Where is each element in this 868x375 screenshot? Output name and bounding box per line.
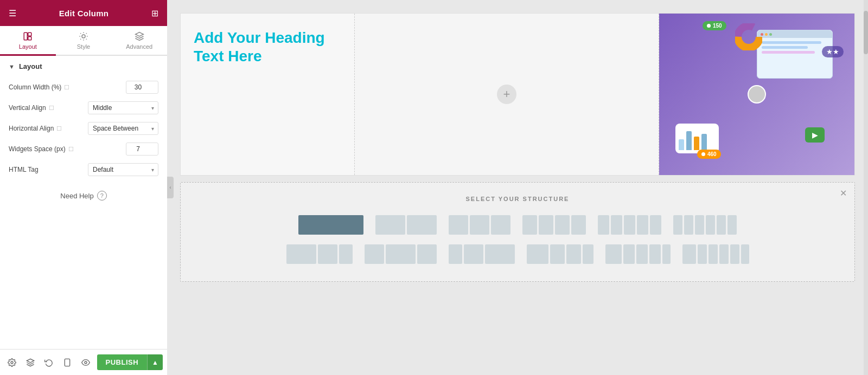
vertical-align-info-icon: ☐ bbox=[49, 105, 54, 112]
struct-block-6a bbox=[673, 215, 682, 235]
structure-4col-uneven[interactable] bbox=[525, 242, 596, 266]
structure-3col-left-heavy[interactable] bbox=[284, 242, 355, 266]
collapse-handle[interactable]: ‹ bbox=[167, 177, 174, 198]
struct-block-3a bbox=[449, 215, 468, 235]
empty-column[interactable]: + bbox=[354, 14, 659, 175]
html-tag-select-wrapper: Default div section article aside header… bbox=[88, 163, 158, 176]
grid-icon[interactable]: ⊞ bbox=[151, 8, 158, 18]
tab-advanced-label: Advanced bbox=[126, 43, 152, 50]
illus-bar-1 bbox=[679, 139, 684, 150]
heading-text[interactable]: Add Your Heading Text Here bbox=[194, 29, 341, 65]
struct-block-u2 bbox=[550, 244, 565, 264]
illus-line-3 bbox=[762, 51, 815, 54]
horizontal-align-select[interactable]: Left Center Right Space Between Space Ar… bbox=[88, 122, 158, 135]
canvas-inner: Add Your Heading Text Here + bbox=[167, 0, 868, 375]
struct-block-v2 bbox=[623, 244, 635, 264]
illus-badge-150-label: 150 bbox=[713, 23, 722, 29]
struct-block-l3 bbox=[339, 244, 353, 264]
structure-row-1 bbox=[296, 213, 739, 237]
publish-group: PUBLISH ▲ bbox=[97, 354, 163, 370]
struct-block-3b bbox=[470, 215, 489, 235]
structure-1col[interactable] bbox=[296, 213, 366, 237]
structure-3col[interactable] bbox=[446, 213, 513, 237]
widgets-space-label: Widgets Space (px) ☐ bbox=[9, 145, 122, 153]
structure-close-button[interactable]: ✕ bbox=[840, 188, 847, 198]
struct-block-6f bbox=[727, 215, 737, 235]
struct-block-v3 bbox=[636, 244, 648, 264]
struct-block-v5 bbox=[662, 244, 671, 264]
structure-2col[interactable] bbox=[373, 213, 439, 237]
struct-block-5c bbox=[624, 215, 635, 235]
widgets-space-input[interactable] bbox=[126, 143, 158, 156]
layout-section-header[interactable]: ▼ Layout bbox=[0, 56, 167, 77]
html-tag-label: HTML Tag bbox=[9, 166, 84, 173]
canvas: Add Your Heading Text Here + bbox=[167, 0, 868, 375]
html-tag-select[interactable]: Default div section article aside header… bbox=[88, 163, 158, 176]
structure-3col-center-heavy[interactable] bbox=[362, 242, 439, 266]
struct-block-w2 bbox=[698, 244, 707, 264]
svg-marker-5 bbox=[27, 359, 34, 363]
settings-icon bbox=[8, 358, 16, 367]
svg-point-4 bbox=[11, 361, 13, 364]
structure-6col-uneven[interactable] bbox=[680, 242, 751, 266]
illus-line-2 bbox=[762, 46, 808, 49]
publish-button[interactable]: PUBLISH bbox=[97, 354, 148, 370]
struct-block-c2 bbox=[386, 244, 416, 264]
layers-button[interactable] bbox=[23, 354, 38, 371]
svg-rect-0 bbox=[24, 33, 28, 40]
eye-icon bbox=[81, 358, 90, 367]
vertical-align-select[interactable]: Top Middle Bottom bbox=[88, 101, 158, 114]
tab-layout[interactable]: Layout bbox=[0, 26, 56, 56]
style-icon bbox=[79, 31, 88, 41]
horizontal-align-label: Horizontal Align ☐ bbox=[9, 125, 84, 132]
illus-bar-4 bbox=[701, 134, 707, 150]
top-content-row: Add Your Heading Text Here + bbox=[180, 13, 855, 176]
responsive-button[interactable] bbox=[60, 354, 75, 371]
sidebar-header: ☰ Edit Column ⊞ bbox=[0, 0, 167, 26]
history-button[interactable] bbox=[41, 354, 56, 371]
structure-5col[interactable] bbox=[596, 213, 663, 237]
canvas-scrollbar[interactable] bbox=[864, 0, 868, 375]
settings-button[interactable] bbox=[4, 354, 20, 371]
hamburger-icon[interactable]: ☰ bbox=[9, 8, 16, 18]
illus-play-button: ▶ bbox=[805, 127, 825, 143]
layout-icon bbox=[23, 31, 33, 41]
column-width-input[interactable] bbox=[126, 81, 158, 94]
sidebar-tabs: Layout Style Advanced bbox=[0, 26, 167, 56]
need-help-row[interactable]: Need Help ? bbox=[0, 180, 167, 211]
sidebar-bottom: PUBLISH ▲ bbox=[0, 349, 167, 375]
illus-pie-chart bbox=[735, 23, 762, 50]
struct-block-4b bbox=[539, 215, 553, 235]
add-widget-icon[interactable]: + bbox=[497, 85, 516, 104]
struct-block-6d bbox=[706, 215, 715, 235]
struct-block-w1 bbox=[682, 244, 696, 264]
tab-style[interactable]: Style bbox=[56, 26, 112, 56]
struct-block-u1 bbox=[527, 244, 548, 264]
structure-6col[interactable] bbox=[671, 213, 739, 237]
illustration: 150 460 ★★ ▶ bbox=[659, 14, 854, 175]
struct-block-5a bbox=[598, 215, 609, 235]
canvas-scrollbar-thumb[interactable] bbox=[864, 11, 868, 54]
struct-block-4a bbox=[522, 215, 537, 235]
vertical-align-row: Vertical Align ☐ Top Middle Bottom ▾ bbox=[0, 98, 167, 118]
structure-row-2 bbox=[284, 242, 751, 266]
publish-dropdown-button[interactable]: ▲ bbox=[147, 354, 163, 370]
structure-3col-right-heavy[interactable] bbox=[446, 242, 517, 266]
sidebar-content: ▼ Layout Column Width (%) ☐ Vertical Ali… bbox=[0, 56, 167, 349]
heading-column: Add Your Heading Text Here bbox=[181, 14, 354, 175]
structure-4col[interactable] bbox=[520, 213, 588, 237]
svg-point-8 bbox=[85, 361, 87, 364]
illus-line-1 bbox=[762, 41, 821, 44]
tab-advanced[interactable]: Advanced bbox=[111, 26, 167, 56]
column-width-info-icon: ☐ bbox=[64, 84, 69, 91]
sidebar-title: Edit Column bbox=[59, 9, 109, 18]
responsive-icon bbox=[63, 358, 72, 367]
eye-button[interactable] bbox=[78, 354, 93, 371]
struct-block-v4 bbox=[649, 244, 661, 264]
tab-style-label: Style bbox=[77, 43, 90, 50]
struct-block-w6 bbox=[741, 244, 749, 264]
struct-block-4c bbox=[555, 215, 570, 235]
structure-5col-uneven[interactable] bbox=[603, 242, 673, 266]
column-width-row: Column Width (%) ☐ bbox=[0, 77, 167, 98]
struct-block-5e bbox=[650, 215, 661, 235]
